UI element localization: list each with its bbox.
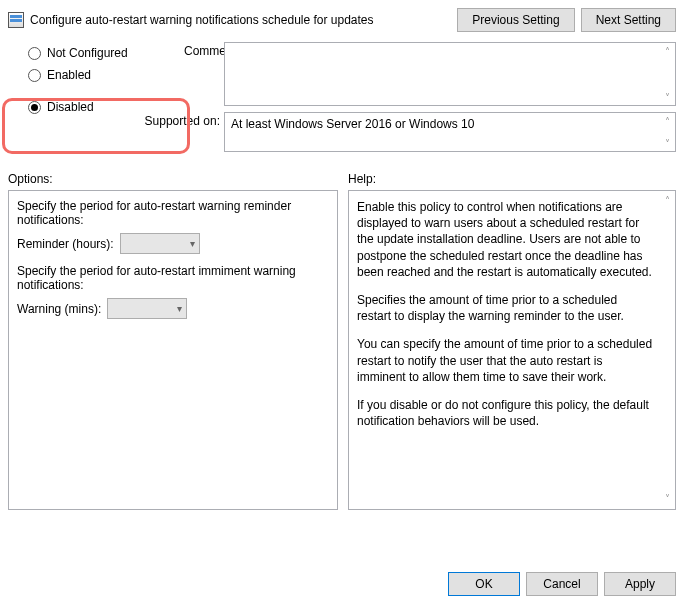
reminder-hours-label: Reminder (hours): (17, 237, 114, 251)
scroll-down-icon: ˅ (659, 135, 675, 151)
options-text: Specify the period for auto-restart immi… (17, 264, 329, 292)
next-setting-button[interactable]: Next Setting (581, 8, 676, 32)
scroll-up-icon: ˄ (659, 113, 675, 129)
warning-mins-select[interactable]: ▾ (107, 298, 187, 319)
scrollbar[interactable]: ˄ ˅ (659, 43, 675, 105)
scrollbar[interactable]: ˄ ˅ (659, 113, 675, 151)
radio-icon (28, 47, 41, 60)
policy-icon (8, 12, 24, 28)
options-label: Options: (8, 172, 338, 186)
warning-mins-label: Warning (mins): (17, 302, 101, 316)
radio-not-configured[interactable]: Not Configured (28, 42, 184, 64)
scroll-up-icon: ˄ (659, 193, 675, 209)
help-label: Help: (348, 172, 676, 186)
radio-enabled[interactable]: Enabled (28, 64, 184, 86)
radio-label: Enabled (47, 68, 91, 82)
scrollbar[interactable]: ˄ ˅ (659, 193, 675, 507)
help-paragraph: If you disable or do not configure this … (357, 397, 653, 429)
previous-setting-button[interactable]: Previous Setting (457, 8, 574, 32)
comment-textarea[interactable]: ˄ ˅ (224, 42, 676, 106)
page-title: Configure auto-restart warning notificat… (30, 13, 451, 27)
scroll-down-icon: ˅ (659, 89, 675, 105)
comment-label: Comment: (184, 42, 224, 58)
supported-on-label: Supported on: (8, 112, 224, 152)
supported-on-box: At least Windows Server 2016 or Windows … (224, 112, 676, 152)
options-panel: Specify the period for auto-restart warn… (8, 190, 338, 510)
help-paragraph: You can specify the amount of time prior… (357, 336, 653, 385)
help-panel: Enable this policy to control when notif… (348, 190, 676, 510)
radio-icon (28, 69, 41, 82)
scroll-up-icon: ˄ (659, 43, 675, 59)
radio-label: Not Configured (47, 46, 128, 60)
scroll-down-icon: ˅ (659, 491, 675, 507)
chevron-down-icon: ▾ (190, 238, 195, 249)
ok-button[interactable]: OK (448, 572, 520, 596)
help-paragraph: Specifies the amount of time prior to a … (357, 292, 653, 324)
help-paragraph: Enable this policy to control when notif… (357, 199, 653, 280)
options-text: Specify the period for auto-restart warn… (17, 199, 329, 227)
chevron-down-icon: ▾ (177, 303, 182, 314)
cancel-button[interactable]: Cancel (526, 572, 598, 596)
reminder-hours-select[interactable]: ▾ (120, 233, 200, 254)
apply-button[interactable]: Apply (604, 572, 676, 596)
supported-on-text: At least Windows Server 2016 or Windows … (231, 117, 474, 131)
